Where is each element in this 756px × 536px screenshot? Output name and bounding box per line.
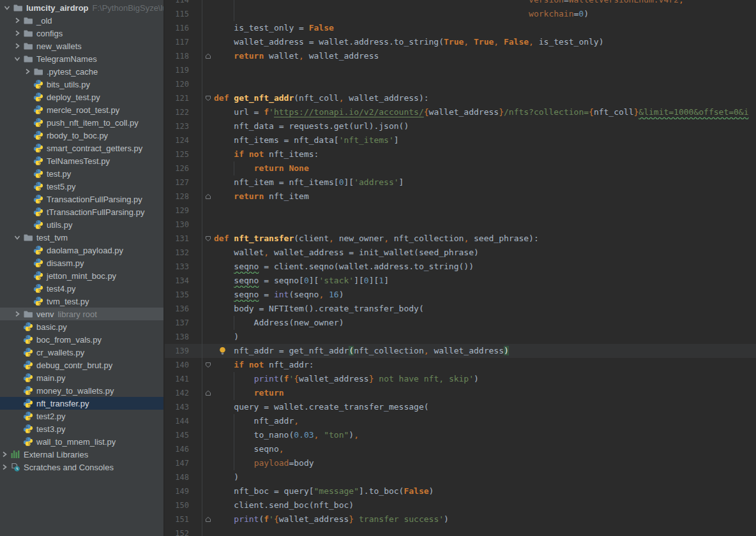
line-number[interactable]: 121 [165, 91, 202, 105]
code-text[interactable]: seqno = client.seqno(wallet.address.to_s… [214, 260, 756, 274]
tree-item-telnamestest-py[interactable]: TelNamesTest.py [0, 154, 163, 167]
code-line-131[interactable]: 131def nft_transfer(client, new_owner, n… [165, 232, 756, 246]
line-number[interactable]: 133 [165, 260, 202, 274]
code-text[interactable]: ) [214, 330, 756, 344]
code-text[interactable]: def nft_transfer(client, new_owner, nft_… [214, 232, 756, 246]
fold-end-icon[interactable] [202, 190, 214, 204]
tree-item-push-nft-item-to-coll-py[interactable]: push_nft_item_to_coll.py [0, 116, 163, 129]
line-number[interactable]: 141 [165, 372, 202, 386]
line-number[interactable]: 145 [165, 428, 202, 442]
code-line-119[interactable]: 119 [165, 63, 756, 77]
chevron-right-icon[interactable] [0, 450, 9, 459]
code-text[interactable]: seqno = int(seqno, 16) [214, 288, 756, 302]
fold-start-icon[interactable] [202, 232, 214, 246]
chevron-right-icon[interactable] [13, 29, 22, 38]
code-line-122[interactable]: 122 url = f'https://tonapi.io/v2/account… [165, 105, 756, 119]
line-number[interactable]: 127 [165, 175, 202, 190]
fold-start-icon[interactable] [202, 358, 214, 372]
code-editor[interactable]: 114version=WalletVersionEnum.v4r2,115wor… [165, 0, 756, 536]
code-text[interactable]: seqno, [214, 442, 756, 456]
line-number[interactable]: 143 [165, 400, 202, 414]
tree-item-venv[interactable]: venvlibrary root [0, 308, 163, 320]
code-line-133[interactable]: 133 seqno = client.seqno(wallet.address.… [165, 260, 756, 274]
code-line-149[interactable]: 149 nft_boc = query["message"].to_boc(Fa… [165, 484, 756, 498]
line-number[interactable]: 125 [165, 147, 202, 161]
line-number[interactable]: 134 [165, 274, 202, 288]
tree-item-telegramnames[interactable]: TelegramNames [0, 52, 163, 65]
tree-item-daolama-payload-py[interactable]: daolama_payload.py [0, 244, 163, 257]
code-text[interactable]: seqno = seqno[0]['stack'][0][1] [214, 274, 756, 288]
line-number[interactable]: 114 [165, 0, 202, 7]
tree-item--pytest-cache[interactable]: .pytest_cache [0, 65, 163, 78]
code-text[interactable]: nft_items = nft_data['nft_items'] [214, 133, 756, 147]
chevron-right-icon[interactable] [13, 309, 22, 318]
code-line-128[interactable]: 128 return nft_item [165, 190, 756, 204]
line-number[interactable]: 128 [165, 190, 202, 204]
code-line-137[interactable]: 137 Address(new_owner) [165, 316, 756, 330]
code-text[interactable]: is_test_only = False [214, 21, 756, 35]
code-line-132[interactable]: 132 wallet, wallet_address = init_wallet… [165, 246, 756, 260]
code-text[interactable]: print(f'{wallet_address} transfer succes… [214, 512, 756, 526]
line-number[interactable]: 126 [165, 161, 202, 175]
line-number[interactable]: 138 [165, 330, 202, 344]
line-number[interactable]: 120 [165, 77, 202, 91]
code-text[interactable]: nft_data = requests.get(url).json() [214, 119, 756, 133]
line-number[interactable]: 117 [165, 35, 202, 49]
tree-item-test2-py[interactable]: test2.py [0, 410, 163, 422]
code-line-148[interactable]: 148 ) [165, 470, 756, 484]
tree-item-test-tvm[interactable]: test_tvm [0, 231, 163, 244]
code-text[interactable]: return None [214, 161, 756, 175]
tree-item-mercle-root-test-py[interactable]: mercle_root_test.py [0, 103, 163, 116]
line-number[interactable]: 148 [165, 470, 202, 484]
line-number[interactable]: 152 [165, 526, 202, 536]
tree-item-jetton-mint-boc-py[interactable]: jetton_mint_boc.py [0, 269, 163, 282]
code-text[interactable]: nft_item = nft_items[0]['address'] [214, 175, 756, 190]
code-text[interactable]: query = wallet.create_transfer_message( [214, 400, 756, 414]
line-number[interactable]: 137 [165, 316, 202, 330]
code-line-142[interactable]: 142 return [165, 386, 756, 400]
code-text[interactable]: def get_nft_addr(nft_coll, wallet_addres… [214, 91, 756, 105]
fold-start-icon[interactable] [202, 91, 214, 105]
code-line-117[interactable]: 117 wallet_address = wallet.address.to_s… [165, 35, 756, 49]
code-line-116[interactable]: 116 is_test_only = False [165, 21, 756, 35]
line-number[interactable]: 147 [165, 456, 202, 470]
fold-end-icon[interactable] [202, 512, 214, 526]
line-number[interactable]: 118 [165, 49, 202, 63]
tree-item-configs[interactable]: configs [0, 27, 163, 40]
code-line-134[interactable]: 134 seqno = seqno[0]['stack'][0][1] [165, 274, 756, 288]
code-line-147[interactable]: 147 payload=body [165, 456, 756, 470]
tree-item-rbody-to-boc-py[interactable]: rbody_to_boc.py [0, 129, 163, 142]
line-number[interactable]: 149 [165, 484, 202, 498]
code-line-114[interactable]: 114version=WalletVersionEnum.v4r2, [165, 0, 756, 7]
code-line-130[interactable]: 130 [165, 218, 756, 232]
line-number[interactable]: 119 [165, 63, 202, 77]
code-text[interactable]: workchain=0) [214, 7, 756, 21]
code-text[interactable]: return [214, 386, 756, 400]
code-line-124[interactable]: 124 nft_items = nft_data['nft_items'] [165, 133, 756, 147]
code-line-127[interactable]: 127 nft_item = nft_items[0]['address'] [165, 175, 756, 190]
code-line-146[interactable]: 146 seqno, [165, 442, 756, 456]
code-line-125[interactable]: 125 if not nft_items: [165, 147, 756, 161]
tree-item-cr-wallets-py[interactable]: cr_wallets.py [0, 346, 163, 359]
line-number[interactable]: 140 [165, 358, 202, 372]
code-line-140[interactable]: 140 if not nft_addr: [165, 358, 756, 372]
code-line-129[interactable]: 129 [165, 204, 756, 218]
code-line-123[interactable]: 123 nft_data = requests.get(url).json() [165, 119, 756, 133]
code-text[interactable] [214, 204, 756, 218]
code-text[interactable]: version=WalletVersionEnum.v4r2, [214, 0, 756, 7]
code-line-126[interactable]: 126 return None [165, 161, 756, 175]
chevron-down-icon[interactable] [13, 54, 22, 63]
tree-item-deploy-test-py[interactable]: deploy_test.py [0, 91, 163, 103]
line-number[interactable]: 124 [165, 133, 202, 147]
chevron-down-icon[interactable] [13, 233, 22, 242]
line-number[interactable]: 151 [165, 512, 202, 526]
tree-item-main-py[interactable]: main.py [0, 371, 163, 384]
tree-item-external-libraries[interactable]: External Libraries [0, 448, 163, 461]
tree-item--old[interactable]: _old [0, 14, 163, 27]
line-number[interactable]: 136 [165, 302, 202, 316]
line-number[interactable]: 144 [165, 414, 202, 428]
code-text[interactable]: client.send_boc(nft_boc) [214, 498, 756, 512]
tree-item-smart-contract-getters-py[interactable]: smart_contract_getters.py [0, 142, 163, 154]
line-number[interactable]: 115 [165, 7, 202, 21]
code-text[interactable]: to_nano(0.03, "ton"), [214, 428, 756, 442]
